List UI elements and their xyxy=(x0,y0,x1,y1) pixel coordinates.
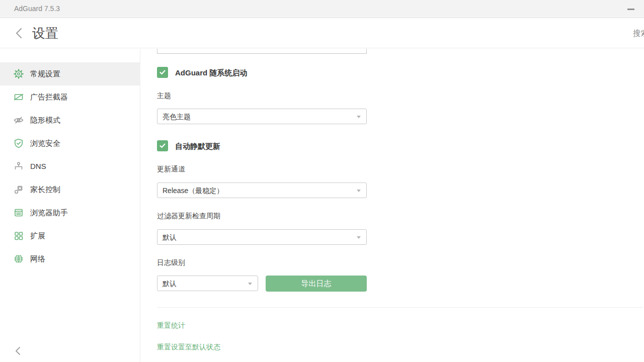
theme-label: 主题 xyxy=(157,92,171,101)
auto-silent-update-label: 自动静默更新 xyxy=(175,142,220,151)
launch-at-startup-label: AdGuard 随系统启动 xyxy=(175,68,247,78)
page-title: 设置 xyxy=(32,25,58,42)
minimize-icon xyxy=(627,9,634,10)
chevron-down-icon xyxy=(248,283,252,285)
chevron-left-icon xyxy=(13,27,26,40)
update-channel-select-value: Release（最稳定） xyxy=(163,187,223,196)
sidebar: 常规设置 广告拦截器 隐形模式 浏览安全 xyxy=(0,49,140,362)
update-channel-label: 更新通道 xyxy=(157,165,185,174)
sidebar-item-label: 浏览器助手 xyxy=(30,208,68,218)
filter-update-interval-label: 过滤器更新检查周期 xyxy=(157,212,220,221)
sidebar-item-extensions[interactable]: 扩展 xyxy=(0,224,140,247)
theme-select-value: 亮色主题 xyxy=(163,113,191,122)
stealth-eye-icon xyxy=(13,115,24,126)
browser-icon xyxy=(13,207,24,218)
sidebar-item-label: 扩展 xyxy=(30,231,45,241)
reset-settings-link[interactable]: 重置设置至默认状态 xyxy=(157,343,220,352)
sidebar-item-label: 网络 xyxy=(30,254,45,264)
log-level-select-value: 默认 xyxy=(163,280,177,289)
back-button[interactable] xyxy=(13,27,26,40)
chevron-left-icon xyxy=(12,344,25,357)
chevron-down-icon xyxy=(357,236,361,239)
export-logs-button[interactable]: 导出日志 xyxy=(266,276,367,292)
chevron-down-icon xyxy=(357,116,361,118)
launch-at-startup-checkbox[interactable] xyxy=(157,67,168,78)
search-link[interactable]: 搜索 xyxy=(633,29,644,38)
filter-update-interval-select[interactable]: 默认 xyxy=(157,229,367,245)
reset-statistics-link[interactable]: 重置统计 xyxy=(157,321,185,330)
header: 设置 搜索 xyxy=(0,19,644,48)
sidebar-item-label: 浏览安全 xyxy=(30,138,60,148)
shield-check-icon xyxy=(13,138,24,149)
check-icon xyxy=(159,143,166,148)
sidebar-item-dns[interactable]: DNS xyxy=(0,155,140,178)
section-divider xyxy=(157,307,643,308)
gear-icon xyxy=(13,68,24,79)
window-title: AdGuard 7.5.3 xyxy=(14,5,60,13)
clipped-dropdown[interactable] xyxy=(157,49,367,54)
collapse-sidebar-button[interactable] xyxy=(12,344,25,357)
check-icon xyxy=(159,70,166,75)
sidebar-item-network[interactable]: 网络 xyxy=(0,247,140,270)
log-level-select[interactable]: 默认 xyxy=(157,276,258,291)
log-level-label: 日志级别 xyxy=(157,258,185,267)
filter-update-interval-select-value: 默认 xyxy=(163,233,177,242)
auto-silent-update-checkbox[interactable] xyxy=(157,140,168,151)
globe-icon xyxy=(13,253,24,264)
minimize-button[interactable] xyxy=(621,0,644,18)
sidebar-item-stealth-mode[interactable]: 隐形模式 xyxy=(0,109,140,132)
titlebar: AdGuard 7.5.3 xyxy=(0,0,644,18)
extensions-icon xyxy=(13,230,24,241)
pacifier-icon xyxy=(13,184,24,195)
sidebar-item-ad-blocker[interactable]: 广告拦截器 xyxy=(0,85,140,109)
adblocker-icon xyxy=(13,92,24,103)
sidebar-item-label: DNS xyxy=(30,161,46,171)
sidebar-item-label: 家长控制 xyxy=(30,185,60,195)
chevron-down-icon xyxy=(357,190,361,192)
sidebar-item-label: 隐形模式 xyxy=(30,115,60,125)
theme-select[interactable]: 亮色主题 xyxy=(157,109,367,124)
sidebar-item-parental-control[interactable]: 家长控制 xyxy=(0,178,140,201)
sidebar-item-label: 常规设置 xyxy=(30,69,60,79)
sidebar-item-general-settings[interactable]: 常规设置 xyxy=(0,62,140,85)
dns-icon xyxy=(13,161,24,172)
sidebar-item-label: 广告拦截器 xyxy=(30,92,68,102)
sidebar-item-browsing-security[interactable]: 浏览安全 xyxy=(0,132,140,155)
sidebar-item-browser-assistant[interactable]: 浏览器助手 xyxy=(0,201,140,224)
update-channel-select[interactable]: Release（最稳定） xyxy=(157,183,367,198)
